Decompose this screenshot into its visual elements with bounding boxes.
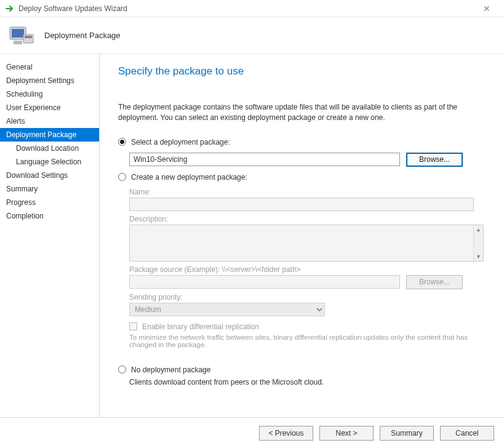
browse-package-button[interactable]: Browse... <box>406 153 463 167</box>
previous-button[interactable]: < Previous <box>259 426 313 441</box>
main-heading: Specify the package to use <box>118 65 486 78</box>
radio-select-package[interactable] <box>118 138 126 146</box>
source-input <box>129 275 400 289</box>
wizard-header: Deployment Package <box>0 17 504 54</box>
wizard-arrow-icon <box>5 4 15 14</box>
name-label: Name: <box>129 188 486 196</box>
radio-select-package-label: Select a deployment package: <box>131 138 230 146</box>
cancel-button[interactable]: Cancel <box>440 426 494 441</box>
nav-item-general[interactable]: General <box>0 60 99 74</box>
title-bar: Deploy Software Updates Wizard ✕ <box>0 0 504 17</box>
wizard-nav-sidebar: GeneralDeployment SettingsSchedulingUser… <box>0 54 100 417</box>
priority-label: Sending priority: <box>129 293 486 302</box>
radio-no-package-row[interactable]: No deployment package <box>118 366 486 374</box>
svg-rect-1 <box>12 29 24 38</box>
wizard-main-panel: Specify the package to use The deploymen… <box>100 54 504 417</box>
nav-item-summary[interactable]: Summary <box>0 182 99 196</box>
nav-item-user-experience[interactable]: User Experience <box>0 101 99 114</box>
window-title: Deploy Software Updates Wizard <box>18 4 474 13</box>
binary-replication-row: Enable binary differential replication <box>129 322 486 331</box>
selected-package-input[interactable] <box>129 153 400 166</box>
intro-text: The deployment package contains the soft… <box>118 102 486 123</box>
radio-no-package[interactable] <box>118 366 126 374</box>
wizard-footer: < Previous Next > Summary Cancel <box>0 417 504 448</box>
priority-select: Medium <box>129 303 325 316</box>
radio-create-package-label: Create a new deployment package: <box>131 173 247 182</box>
radio-create-package[interactable] <box>118 173 126 181</box>
radio-select-package-row[interactable]: Select a deployment package: <box>118 138 486 146</box>
nav-item-deployment-settings[interactable]: Deployment Settings <box>0 74 99 87</box>
name-input <box>129 198 474 211</box>
nav-item-alerts[interactable]: Alerts <box>0 114 99 128</box>
description-label: Description: <box>129 215 486 223</box>
nav-item-scheduling[interactable]: Scheduling <box>0 87 99 101</box>
binary-replication-hint: To minimize the network traffic between … <box>129 334 486 348</box>
binary-replication-checkbox <box>129 322 137 330</box>
browse-source-button: Browse... <box>406 275 463 289</box>
page-title: Deployment Package <box>44 31 121 40</box>
source-label: Package source (Example): \\<server>\<fo… <box>129 265 486 274</box>
computer-icon <box>9 25 36 47</box>
scroll-down-icon: ▼ <box>476 254 481 260</box>
scroll-up-icon: ▲ <box>476 226 481 233</box>
nav-item-download-settings[interactable]: Download Settings <box>0 169 99 182</box>
description-scrollbar: ▲ ▼ <box>473 225 483 261</box>
description-input <box>130 225 473 261</box>
nav-item-completion[interactable]: Completion <box>0 209 99 223</box>
nav-item-download-location[interactable]: Download Location <box>0 142 99 155</box>
svg-rect-3 <box>25 36 32 38</box>
close-icon[interactable]: ✕ <box>474 4 499 14</box>
svg-rect-4 <box>14 41 22 44</box>
next-button[interactable]: Next > <box>319 426 374 441</box>
binary-replication-label: Enable binary differential replication <box>142 322 259 331</box>
radio-no-package-label: No deployment package <box>131 366 210 374</box>
nav-item-language-selection[interactable]: Language Selection <box>0 155 99 169</box>
nav-item-deployment-package[interactable]: Deployment Package <box>0 128 99 142</box>
no-package-note: Clients download content from peers or t… <box>129 378 486 386</box>
nav-item-progress[interactable]: Progress <box>0 196 99 209</box>
summary-button[interactable]: Summary <box>380 426 434 441</box>
radio-create-package-row[interactable]: Create a new deployment package: <box>118 173 486 182</box>
